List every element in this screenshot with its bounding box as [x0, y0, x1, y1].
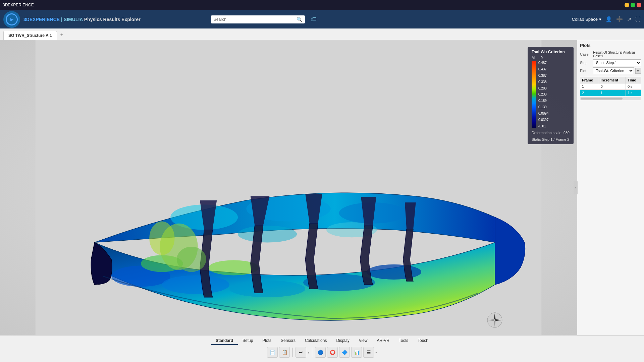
- bottom-toolbar: Standard Setup Plots Sensors Calculation…: [0, 335, 644, 362]
- table-row-selected[interactable]: 2 1 1 s: [580, 90, 641, 96]
- legend-val-7: 0.139: [538, 105, 549, 109]
- svg-text:N: N: [494, 312, 495, 313]
- step-row: Step: Static Step.1: [580, 59, 641, 66]
- legend-color-bar: [532, 61, 536, 128]
- plot-label: Plot:: [580, 69, 592, 73]
- brand-simulia: | SIMULIA: [60, 17, 84, 22]
- toolbar-right: Collab Space ▾ 👤 ➕ ↗ ⛶: [572, 16, 641, 22]
- case-label: Case:: [580, 52, 592, 56]
- legend-deformation: Deformation scale: 980: [532, 131, 570, 135]
- module-name: Physics Results Explorer: [84, 17, 141, 22]
- tab-plots[interactable]: Plots: [258, 337, 276, 345]
- compass: N: [486, 312, 503, 328]
- legend-val-2: 0.387: [538, 74, 549, 77]
- table-dropdown[interactable]: ▾: [375, 351, 377, 354]
- add-tab-button[interactable]: +: [57, 30, 67, 40]
- legend-val-5: 0.238: [538, 93, 549, 96]
- undo-dropdown[interactable]: ▾: [308, 351, 309, 354]
- app-title-text: 3DEXPERIENCE: [3, 3, 34, 7]
- brand-name: 3DEXPERIENCE | SIMULIA Physics Results E…: [23, 17, 141, 22]
- panel-collapse-handle[interactable]: ›: [574, 181, 578, 194]
- cell-increment: 1: [599, 90, 626, 96]
- separator-1: [292, 348, 293, 357]
- cell-time: 0 s: [626, 83, 641, 90]
- tab-display[interactable]: Display: [331, 337, 354, 345]
- svg-point-5: [367, 264, 421, 280]
- expand-icon[interactable]: ⛶: [635, 16, 641, 22]
- tab-ar-vr[interactable]: AR-VR: [372, 337, 394, 345]
- legend-val-8: 0.0894: [538, 112, 549, 115]
- case-row: Case: Result Of Structural Analysis Case…: [580, 51, 641, 58]
- user-icon[interactable]: 👤: [605, 16, 612, 22]
- tab-calculations[interactable]: Calculations: [300, 337, 331, 345]
- collab-arrow: ▾: [599, 17, 601, 22]
- rotate-icon[interactable]: ⭕: [327, 347, 338, 358]
- table-row[interactable]: 1 0 0 s: [580, 83, 641, 90]
- tab-label: SO TWR_Structure A.1: [8, 33, 52, 38]
- legend-val-3: 0.338: [538, 80, 549, 84]
- search-icon[interactable]: 🔍: [297, 17, 302, 22]
- separator-2: [312, 348, 312, 357]
- svg-point-3: [229, 281, 305, 297]
- tab-touch[interactable]: Touch: [413, 337, 433, 345]
- main-area: N Plots Case: Result Of Structural Analy…: [0, 40, 644, 335]
- share-icon[interactable]: ↗: [627, 16, 631, 22]
- tab-view[interactable]: View: [354, 337, 372, 345]
- scroll-thumb[interactable]: [581, 98, 623, 100]
- main-toolbar: 3DEXPERIENCE | SIMULIA Physics Results E…: [0, 10, 644, 28]
- window-controls: [625, 3, 641, 7]
- mesh-icon[interactable]: 🔷: [339, 347, 350, 358]
- tab-tools[interactable]: Tools: [394, 337, 413, 345]
- legend-step-frame: Static Step.1 / Frame 2: [532, 137, 570, 141]
- app-title: 3DEXPERIENCE: [3, 3, 34, 7]
- chart-icon[interactable]: 📊: [351, 347, 362, 358]
- search-box[interactable]: 🔍: [211, 15, 305, 23]
- tab-structure[interactable]: SO TWR_Structure A.1: [3, 31, 57, 40]
- panel-title: Plots: [580, 43, 641, 48]
- cell-frame: 2: [580, 90, 599, 96]
- new-file-icon[interactable]: 📄: [267, 347, 278, 358]
- tag-icon[interactable]: 🏷: [308, 14, 319, 25]
- title-bar: 3DEXPERIENCE: [0, 0, 644, 10]
- bottom-icons-bar: 📄 📋 ↩ ▾ 🔵 ⭕ 🔷 📊 ☰ ▾: [265, 345, 379, 360]
- legend-val-10: -0.01: [538, 124, 549, 128]
- minimize-button[interactable]: [625, 3, 629, 7]
- copy-icon[interactable]: 📋: [279, 347, 290, 358]
- add-icon[interactable]: ➕: [616, 16, 623, 22]
- tab-bar: SO TWR_Structure A.1 +: [0, 28, 644, 40]
- cell-time: 1 s: [626, 90, 641, 96]
- 3d-viewport[interactable]: N: [0, 40, 577, 335]
- col-increment: Increment: [599, 77, 626, 83]
- table-scrollbar[interactable]: [580, 97, 641, 100]
- plot-dropdown[interactable]: Tsai-Wu Criterion: [593, 67, 634, 74]
- step-label: Step:: [580, 61, 592, 65]
- plot-row: Plot: Tsai-Wu Criterion ✏: [580, 67, 641, 74]
- bottom-tab-bar: Standard Setup Plots Sensors Calculation…: [211, 336, 433, 345]
- col-time: Time: [626, 77, 641, 83]
- collab-space-button[interactable]: Collab Space ▾: [572, 17, 601, 22]
- tab-setup[interactable]: Setup: [238, 337, 258, 345]
- svg-point-11: [238, 226, 297, 242]
- legend-values: 0.487 0.437 0.387 0.338 0.288 0.238 0.18…: [538, 61, 549, 128]
- maximize-button[interactable]: [631, 3, 635, 7]
- plots-panel: Plots Case: Result Of Structural Analysi…: [577, 40, 644, 335]
- play-button[interactable]: [6, 13, 18, 25]
- undo-icon[interactable]: ↩: [296, 347, 306, 358]
- close-button[interactable]: [637, 3, 641, 7]
- legend-val-1: 0.437: [538, 67, 549, 71]
- svg-point-14: [149, 222, 174, 255]
- table-icon[interactable]: ☰: [363, 347, 374, 358]
- app-logo: [3, 11, 20, 28]
- collab-space-label: Collab Space: [572, 17, 598, 22]
- legend-min: Min : 0: [532, 56, 570, 60]
- frame-table: Frame Increment Time 1 0 0 s 2 1 1 s: [580, 77, 641, 96]
- cell-increment: 0: [599, 83, 626, 90]
- case-value: Result Of Structural Analysis Case:1: [593, 51, 641, 58]
- search-input[interactable]: [214, 17, 297, 22]
- 3d-view-icon[interactable]: 🔵: [315, 347, 326, 358]
- step-dropdown[interactable]: Static Step.1: [593, 59, 641, 66]
- plot-edit-button[interactable]: ✏: [635, 68, 641, 74]
- tab-sensors[interactable]: Sensors: [276, 337, 300, 345]
- tab-standard[interactable]: Standard: [211, 337, 238, 345]
- cell-frame: 1: [580, 83, 599, 90]
